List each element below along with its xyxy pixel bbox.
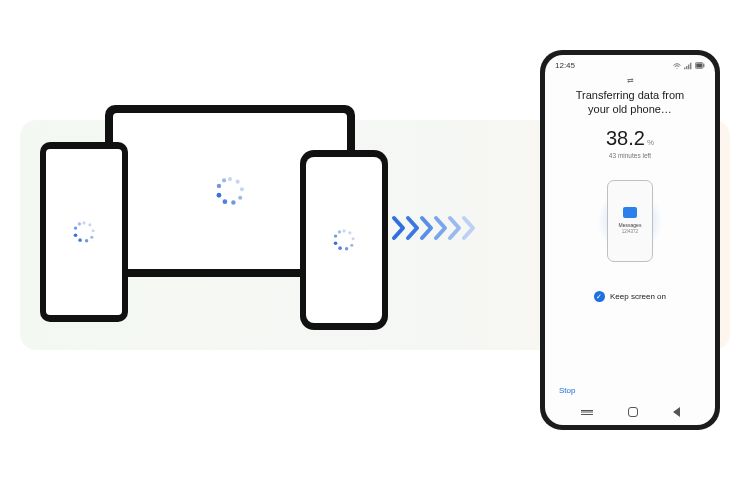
- svg-point-3: [238, 196, 242, 200]
- svg-point-17: [78, 222, 81, 225]
- transfer-content: ⇄ Transferring data from your old phone……: [545, 72, 715, 378]
- svg-point-11: [92, 229, 95, 232]
- svg-point-24: [334, 241, 338, 245]
- old-phone-b-frame: [300, 150, 388, 330]
- svg-point-8: [222, 178, 226, 182]
- old-phone-b-screen: [306, 157, 382, 323]
- messages-icon: [623, 207, 637, 218]
- time-remaining: 43 minutes left: [609, 152, 651, 159]
- loading-spinner-icon: [213, 174, 247, 208]
- svg-point-13: [85, 239, 88, 242]
- loading-spinner-icon: [71, 219, 97, 245]
- status-icons: [673, 62, 705, 70]
- nav-back-icon[interactable]: [673, 407, 680, 417]
- svg-point-23: [338, 246, 342, 250]
- svg-point-2: [240, 187, 244, 191]
- stop-button[interactable]: Stop: [559, 386, 575, 395]
- check-icon: ✓: [594, 291, 605, 302]
- source-devices-group: [30, 90, 360, 350]
- old-phone-a-screen: [46, 149, 122, 315]
- wifi-icon: [673, 62, 681, 70]
- svg-point-12: [90, 236, 93, 239]
- svg-point-14: [78, 238, 82, 242]
- bottom-actions: Stop: [545, 378, 715, 401]
- svg-point-7: [217, 184, 221, 188]
- category-illustration: Messages 12/4372: [595, 171, 665, 271]
- svg-point-4: [231, 200, 235, 204]
- transfer-percent: 38.2 %: [606, 127, 654, 150]
- status-bar: 12:45: [545, 55, 715, 72]
- svg-point-22: [345, 247, 348, 250]
- new-phone-frame: 12:45 ⇄ Transferring data from your old …: [540, 50, 720, 430]
- keep-screen-on-toggle[interactable]: ✓ Keep screen on: [594, 291, 666, 302]
- signal-icon: [684, 62, 692, 70]
- svg-point-25: [334, 234, 337, 237]
- svg-point-21: [350, 244, 353, 247]
- svg-point-20: [352, 237, 355, 240]
- svg-rect-28: [703, 64, 704, 67]
- category-count: 12/4372: [622, 229, 638, 234]
- percent-unit: %: [647, 138, 654, 147]
- svg-point-9: [82, 221, 85, 224]
- battery-icon: [695, 62, 705, 69]
- nav-home-icon[interactable]: [628, 407, 638, 417]
- loading-spinner-icon: [331, 227, 357, 253]
- category-label: Messages: [619, 222, 642, 228]
- svg-point-10: [88, 223, 91, 226]
- keep-screen-label: Keep screen on: [610, 292, 666, 301]
- mini-device-outline: Messages 12/4372: [607, 180, 653, 262]
- svg-point-16: [74, 226, 77, 229]
- percent-value: 38.2: [606, 127, 645, 150]
- svg-point-18: [342, 229, 345, 232]
- status-time: 12:45: [555, 61, 575, 70]
- swap-icon: ⇄: [627, 76, 634, 85]
- new-phone-screen: 12:45 ⇄ Transferring data from your old …: [545, 55, 715, 425]
- svg-point-6: [217, 193, 222, 198]
- old-phone-a-frame: [40, 142, 128, 322]
- svg-point-0: [228, 177, 232, 181]
- nav-recent-icon[interactable]: [581, 410, 593, 415]
- svg-point-5: [223, 199, 228, 204]
- svg-point-1: [236, 180, 240, 184]
- svg-point-19: [348, 231, 351, 234]
- transfer-arrows-icon: [395, 215, 479, 241]
- android-navbar: [545, 401, 715, 425]
- svg-rect-29: [696, 63, 702, 67]
- svg-point-26: [338, 230, 341, 233]
- svg-point-15: [74, 233, 78, 237]
- transfer-title: Transferring data from your old phone…: [576, 89, 684, 117]
